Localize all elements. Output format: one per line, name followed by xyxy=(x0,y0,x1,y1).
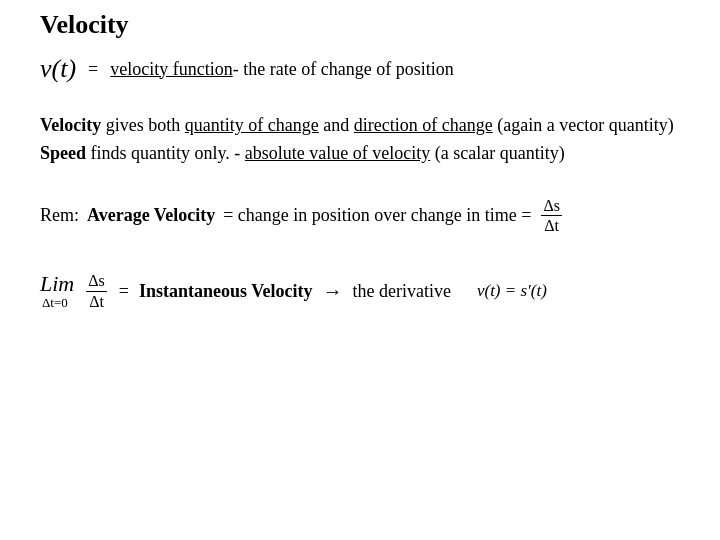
lim-row: Lim Δt=0 Δs Δt = Instantaneous Velocity … xyxy=(40,271,690,311)
para1-speed-rest: finds quantity only. - xyxy=(86,143,245,163)
vt-def: velocity function- the rate of change of… xyxy=(110,59,453,80)
deriv-pre: the derivative xyxy=(352,281,450,302)
quantity-of-change: quantity of change xyxy=(185,115,319,135)
rem-eq: = change in position over change in time… xyxy=(223,205,531,226)
vt-definition-row: v(t) = velocity function- the rate of ch… xyxy=(40,54,690,84)
title-text: Velocity xyxy=(40,10,129,39)
avg-velocity-label: Average Velocity xyxy=(87,205,215,226)
inst-velocity-label: Instantaneous Velocity xyxy=(139,281,313,302)
direction-of-change: direction of change xyxy=(354,115,493,135)
vt-equals: = xyxy=(88,59,98,80)
lim-fraction: Δs Δt xyxy=(86,271,107,310)
velocity-bold: Velocity xyxy=(40,115,101,135)
lim-frac-den: Δt xyxy=(87,292,106,311)
lim-formula: v(t) = s′(t) xyxy=(477,281,547,301)
rem-pre: Rem: xyxy=(40,205,79,226)
lim-word: Lim xyxy=(40,271,74,297)
rem-frac-den: Δt xyxy=(542,216,561,235)
page-title: Velocity xyxy=(40,10,690,40)
lim-frac-num: Δs xyxy=(86,271,107,291)
rem-fraction: Δs Δt xyxy=(541,196,562,235)
arrow-icon: → xyxy=(322,280,342,303)
para1-and: and xyxy=(319,115,354,135)
para1-scalar: (a scalar quantity) xyxy=(430,143,564,163)
para1-again: (again a vector quantity) xyxy=(493,115,674,135)
lim-block: Lim Δt=0 xyxy=(40,271,74,311)
vt-symbol: v(t) xyxy=(40,54,76,84)
abs-velocity: absolute value of velocity xyxy=(245,143,430,163)
paragraph-1: Velocity gives both quantity of change a… xyxy=(40,112,690,168)
speed-bold: Speed xyxy=(40,143,86,163)
vt-def-rest: - the rate of change of position xyxy=(233,59,454,79)
rem-frac-num: Δs xyxy=(541,196,562,216)
para1-mid: gives both xyxy=(101,115,185,135)
lim-sub: Δt=0 xyxy=(42,295,68,311)
velocity-function-label: velocity function xyxy=(110,59,232,79)
lim-top-row: Lim xyxy=(40,271,74,297)
rem-row: Rem: Average Velocity = change in positi… xyxy=(40,196,690,235)
lim-eq: = xyxy=(119,281,129,302)
